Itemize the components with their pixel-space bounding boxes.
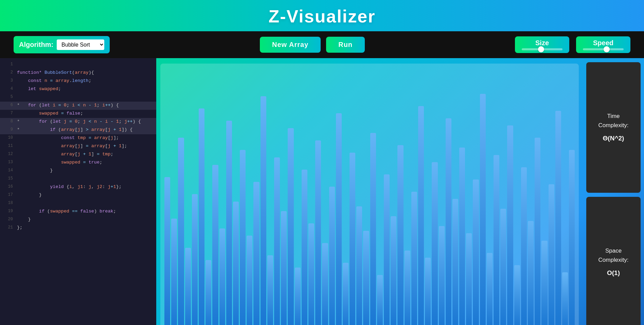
time-complexity-label: TimeComplexity: [598,112,629,130]
bar [356,206,362,325]
visualizer-area [156,58,583,325]
code-line-7: 7 swapped = false; [0,110,156,118]
center-buttons: New Array Run [117,37,508,53]
bar [528,221,534,325]
bar [315,140,321,325]
bar [240,150,246,325]
bar [226,121,232,325]
bar [302,170,307,325]
bar [452,199,458,325]
bar [439,226,445,325]
bar [363,231,369,325]
code-line-17: 17 } [0,191,156,200]
speed-slider-group: Speed [576,36,630,53]
bar [336,113,342,325]
bar [555,111,561,325]
bar [308,223,314,325]
code-line-9: 9 * if (array[j] > array[j + 1]) { [0,126,156,134]
code-line-4: 4 let swapped; [0,85,156,93]
code-panel: 1 2 function* BubbleSort(array){ 3 const… [0,58,156,325]
code-line-18: 18 [0,200,156,208]
bar [178,138,184,325]
bar [397,145,403,325]
bar [267,255,273,325]
code-line-15: 15 [0,175,156,183]
space-complexity-label: SpaceComplexity: [598,246,629,264]
code-line-20: 20 } [0,216,156,224]
bar [466,233,472,325]
code-line-19: 19 if (swapped == false) break; [0,208,156,216]
bar [219,228,225,325]
code-line-16: 16 yield {i, j1: j, j2: j+1}; [0,183,156,191]
code-line-13: 13 swapped = true; [0,159,156,167]
bar [418,106,424,325]
bar [487,253,493,325]
header: Z-Visualizer [0,0,644,31]
bar [569,150,575,325]
bar [253,182,259,325]
bar [535,138,540,325]
bar [212,165,218,325]
code-line-11: 11 array[j] = array[j + 1]; [0,142,156,151]
code-line-2: 2 function* BubbleSort(array){ [0,69,156,77]
speed-slider[interactable] [583,48,624,50]
speed-label: Speed [593,39,613,47]
bar [411,192,417,325]
new-array-button[interactable]: New Array [260,37,321,53]
algorithm-select[interactable]: Bubble Sort Selection Sort Insertion Sor… [57,39,104,50]
bar [274,157,280,325]
bar [199,108,204,325]
bar [514,265,520,325]
bar [295,268,301,325]
space-complexity-value: O(1) [607,268,620,278]
toolbar: Algorithm: Bubble Sort Selection Sort In… [0,31,644,58]
bar [473,179,479,325]
bar [384,174,390,325]
code-line-1: 1 [0,61,156,69]
code-line-21: 21 }; [0,224,156,232]
bar [185,248,191,325]
size-slider-group: Size [515,36,569,53]
bar [261,96,266,325]
time-complexity-value: Θ(N^2) [603,133,624,143]
bar [164,177,170,325]
bar [405,251,410,325]
bar [192,194,198,325]
code-line-12: 12 array[j + 1] = tmp; [0,151,156,159]
bar [391,216,396,325]
bar [233,202,239,325]
bar [507,125,513,325]
bar [521,167,527,325]
bar [459,148,465,325]
size-label: Size [535,39,549,47]
bar [205,260,211,325]
bar [350,153,355,325]
bar [329,187,335,325]
code-line-8: 8 * for (let j = 0; j < n - i - 1; j++) … [0,118,156,126]
code-line-6: 6 * for (let i = 0; i < n - 1; i++) { [0,102,156,110]
space-complexity-card: SpaceComplexity: O(1) [586,197,641,325]
bar [562,272,568,325]
bar [494,155,499,325]
bars-container [160,64,579,325]
bar [500,209,506,325]
algorithm-label: Algorithm: [19,41,53,49]
run-button[interactable]: Run [326,37,365,53]
bar [288,128,293,325]
bar [171,219,177,325]
bar [370,133,376,325]
size-slider[interactable] [522,48,562,50]
bar [549,184,554,325]
code-line-14: 14 } [0,167,156,175]
bar [322,243,328,325]
bar [281,211,287,325]
code-line-3: 3 const n = array.length; [0,77,156,85]
bar [425,258,431,325]
bar [377,275,383,325]
app-title: Z-Visualizer [0,6,644,27]
main-content: 1 2 function* BubbleSort(array){ 3 const… [0,58,644,325]
bar [247,236,252,325]
code-line-5: 5 [0,93,156,102]
bar [432,162,437,325]
info-panels: TimeComplexity: Θ(N^2) SpaceComplexity: … [583,58,644,325]
